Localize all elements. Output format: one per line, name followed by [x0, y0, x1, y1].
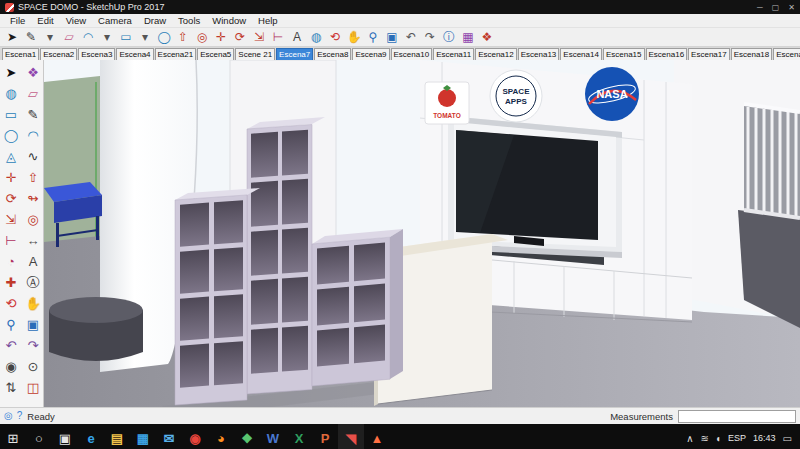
store-icon[interactable]: ▦ [130, 424, 156, 449]
tray-chevron-icon[interactable]: ∧ [686, 433, 693, 444]
menu-item[interactable]: Tools [172, 15, 206, 26]
move-tool[interactable]: ✛ [6, 171, 17, 184]
scene-tab[interactable]: Escena14 [560, 48, 602, 60]
text-tool[interactable]: A [29, 255, 38, 268]
scene-tab[interactable]: Escena15 [603, 48, 645, 60]
scene-tab[interactable]: Escena8 [314, 48, 351, 60]
clock[interactable]: 16:43 [753, 433, 776, 443]
push-pull-tool[interactable]: ⇧ [28, 171, 39, 184]
3d-text-tool[interactable]: Ⓐ [27, 276, 40, 289]
scene-tab[interactable]: Escena11 [433, 48, 474, 60]
scene-tab[interactable]: Escena3 [78, 48, 115, 60]
network-icon[interactable]: ≋ [701, 433, 709, 444]
next-view-tool[interactable]: ↷ [28, 339, 39, 352]
firefox-icon[interactable]: ◕ [208, 424, 234, 449]
search-button[interactable]: ○ [26, 424, 52, 449]
arc-dropdown[interactable]: ▾ [98, 29, 116, 45]
orbit-tool[interactable]: ⟲ [6, 297, 17, 310]
select-tool[interactable]: ➤ [6, 66, 17, 79]
rectangle-tool[interactable]: ▭ [5, 108, 17, 121]
offset-tool[interactable]: ◎ [193, 29, 211, 45]
scene-tab[interactable]: Escena18 [731, 48, 773, 60]
scene-tab[interactable]: Escena16 [646, 48, 688, 60]
scene-tab[interactable]: Escena19 [773, 48, 800, 60]
rectangle-tool[interactable]: ▭ [117, 29, 135, 45]
file-explorer-icon[interactable]: ▤ [104, 424, 130, 449]
undo-button[interactable]: ↶ [402, 29, 420, 45]
zoom-tool[interactable]: ⚲ [6, 318, 16, 331]
shape-dropdown[interactable]: ▾ [136, 29, 154, 45]
freehand-tool[interactable]: ∿ [28, 150, 39, 163]
menu-item[interactable]: Window [206, 15, 252, 26]
make-component-tool[interactable]: ❖ [27, 66, 39, 79]
dimension-tool[interactable]: ↔ [27, 234, 40, 247]
text-tool[interactable]: A [288, 29, 306, 45]
excel-icon[interactable]: X [286, 424, 312, 449]
word-icon[interactable]: W [260, 424, 286, 449]
tape-measure-tool[interactable]: ⊢ [5, 234, 16, 247]
scene-tab[interactable]: Scene 21 [235, 48, 275, 60]
maximize-button[interactable]: ▢ [772, 3, 780, 12]
previous-view-tool[interactable]: ↶ [6, 339, 17, 352]
pan-tool[interactable]: ✋ [25, 297, 41, 310]
volume-icon[interactable]: ◖ [715, 433, 721, 444]
push-pull-tool[interactable]: ⇧ [174, 29, 192, 45]
viewport-canvas[interactable]: TOMATO SPACE APPS NASA [44, 60, 800, 407]
close-button[interactable]: ✕ [788, 3, 795, 12]
menu-item[interactable]: Help [252, 15, 284, 26]
position-camera-tool[interactable]: ◉ [5, 360, 16, 373]
offset-tool[interactable]: ◎ [27, 213, 38, 226]
paint-bucket-tool[interactable]: ◍ [5, 87, 16, 100]
axes-tool[interactable]: ✚ [6, 276, 17, 289]
scene-tab[interactable]: Escena10 [391, 48, 433, 60]
edge-browser-icon[interactable]: e [78, 424, 104, 449]
arc-tool[interactable]: ◠ [27, 129, 38, 142]
zoom-extents-tool[interactable]: ▣ [383, 29, 401, 45]
select-tool[interactable]: ➤ [3, 29, 21, 45]
scene-tab[interactable]: Escena4 [116, 48, 153, 60]
orbit-tool[interactable]: ⟲ [326, 29, 344, 45]
powerpoint-icon[interactable]: P [312, 424, 338, 449]
action-center-icon[interactable]: ▭ [783, 433, 792, 444]
photos-icon[interactable]: ❖ [234, 424, 260, 449]
tape-measure-tool[interactable]: ⊢ [269, 29, 287, 45]
scene-tab[interactable]: Escena17 [688, 48, 730, 60]
scene-tab[interactable]: Escena5 [197, 48, 234, 60]
arc-tool[interactable]: ◠ [79, 29, 97, 45]
rotate-tool[interactable]: ⟳ [6, 192, 17, 205]
components-button[interactable]: ❖ [478, 29, 496, 45]
scene-tab[interactable]: Escena2 [40, 48, 77, 60]
line-tool[interactable]: ✎ [22, 29, 40, 45]
language-indicator[interactable]: ESP [728, 433, 746, 443]
materials-button[interactable]: ▦ [459, 29, 477, 45]
scale-tool[interactable]: ⇲ [250, 29, 268, 45]
walk-tool[interactable]: ⇅ [6, 381, 17, 394]
scene-tab[interactable]: Escena13 [518, 48, 560, 60]
chrome-icon[interactable]: ◉ [182, 424, 208, 449]
paint-bucket-tool[interactable]: ◍ [307, 29, 325, 45]
menu-item[interactable]: Camera [92, 15, 138, 26]
section-plane-tool[interactable]: ◫ [27, 381, 39, 394]
scene-tab[interactable]: Escena21 [155, 48, 197, 60]
pan-tool[interactable]: ✋ [345, 29, 363, 45]
scene-tab[interactable]: Escena9 [352, 48, 389, 60]
circle-tool[interactable]: ◯ [4, 129, 19, 142]
redo-button[interactable]: ↷ [421, 29, 439, 45]
polygon-tool[interactable]: ◬ [6, 150, 16, 163]
move-tool[interactable]: ✛ [212, 29, 230, 45]
minimize-button[interactable]: ─ [757, 3, 763, 12]
mail-icon[interactable]: ✉ [156, 424, 182, 449]
zoom-tool[interactable]: ⚲ [364, 29, 382, 45]
model-info-button[interactable]: ⓘ [440, 29, 458, 45]
help-icon[interactable]: ? [17, 411, 23, 421]
menu-item[interactable]: File [4, 15, 31, 26]
line-dropdown[interactable]: ▾ [41, 29, 59, 45]
rotate-tool[interactable]: ⟳ [231, 29, 249, 45]
measurements-input[interactable] [678, 410, 796, 423]
menu-item[interactable]: View [60, 15, 92, 26]
scene-tab[interactable]: Escena7 [276, 48, 313, 60]
eraser-tool[interactable]: ▱ [28, 87, 38, 100]
scale-tool[interactable]: ⇲ [6, 213, 17, 226]
menu-item[interactable]: Edit [31, 15, 59, 26]
geolocation-icon[interactable]: ◎ [4, 411, 13, 421]
